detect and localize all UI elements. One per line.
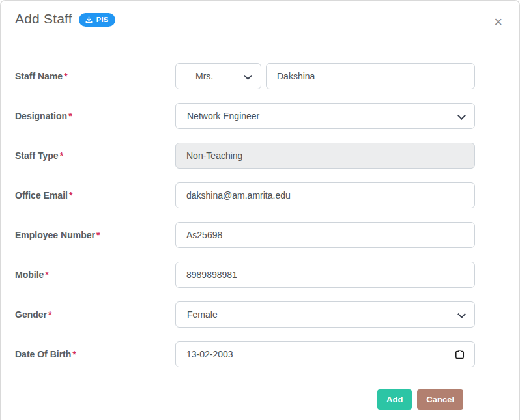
add-staff-form: Staff Name* Mrs. Designation* Network En… bbox=[15, 63, 475, 410]
date-of-birth-label: Date Of Birth* bbox=[15, 349, 175, 359]
calendar-icon[interactable] bbox=[454, 349, 465, 362]
mobile-input[interactable] bbox=[175, 262, 475, 288]
form-row-designation: Designation* Network Engineer bbox=[15, 103, 475, 129]
mobile-label: Mobile* bbox=[15, 270, 175, 280]
designation-label: Designation* bbox=[15, 111, 175, 121]
download-icon bbox=[85, 16, 93, 24]
required-asterisk: * bbox=[72, 349, 76, 359]
chevron-down-icon bbox=[457, 310, 466, 318]
staff-name-label: Staff Name* bbox=[15, 71, 175, 81]
page-title: Add Staff bbox=[15, 11, 72, 27]
staff-name-input[interactable] bbox=[266, 63, 475, 89]
office-email-input[interactable] bbox=[175, 182, 475, 208]
title-prefix-select[interactable]: Mrs. bbox=[175, 63, 261, 89]
form-row-mobile: Mobile* bbox=[15, 262, 475, 288]
required-asterisk: * bbox=[64, 71, 67, 81]
modal-actions: Add Cancel bbox=[15, 389, 463, 410]
cancel-button[interactable]: Cancel bbox=[417, 389, 463, 410]
staff-type-label: Staff Type* bbox=[15, 150, 175, 161]
close-icon[interactable]: × bbox=[493, 12, 504, 32]
add-button[interactable]: Add bbox=[377, 389, 412, 410]
employee-number-input[interactable] bbox=[175, 222, 475, 248]
employee-number-label: Employee Number* bbox=[15, 230, 175, 240]
form-row-gender: Gender* Female bbox=[15, 301, 475, 328]
gender-value: Female bbox=[187, 309, 218, 320]
designation-value: Network Engineer bbox=[187, 111, 259, 121]
pis-badge-label: PIS bbox=[96, 16, 109, 23]
date-of-birth-input[interactable] bbox=[186, 349, 448, 359]
form-row-date-of-birth: Date Of Birth* bbox=[15, 341, 475, 367]
required-asterisk: * bbox=[68, 111, 72, 121]
form-row-employee-number: Employee Number* bbox=[15, 222, 475, 248]
form-row-staff-type: Staff Type* bbox=[15, 143, 475, 169]
form-row-staff-name: Staff Name* Mrs. bbox=[15, 63, 475, 89]
gender-select[interactable]: Female bbox=[175, 301, 475, 328]
chevron-down-icon bbox=[244, 72, 252, 80]
required-asterisk: * bbox=[69, 190, 72, 201]
required-asterisk: * bbox=[96, 230, 100, 240]
designation-select[interactable]: Network Engineer bbox=[175, 103, 475, 129]
required-asterisk: * bbox=[60, 150, 63, 161]
form-row-office-email: Office Email* bbox=[15, 182, 475, 208]
chevron-down-icon bbox=[457, 111, 466, 120]
add-staff-modal: Add Staff PIS × Staff Name* M bbox=[0, 0, 520, 420]
required-asterisk: * bbox=[48, 309, 51, 320]
office-email-label: Office Email* bbox=[15, 190, 175, 201]
required-asterisk: * bbox=[45, 270, 48, 280]
date-of-birth-field[interactable] bbox=[175, 341, 475, 367]
gender-label: Gender* bbox=[15, 309, 175, 320]
modal-header: Add Staff PIS × bbox=[1, 11, 519, 32]
staff-type-input bbox=[175, 143, 475, 169]
pis-badge-button[interactable]: PIS bbox=[79, 13, 116, 27]
title-prefix-value: Mrs. bbox=[195, 71, 213, 81]
